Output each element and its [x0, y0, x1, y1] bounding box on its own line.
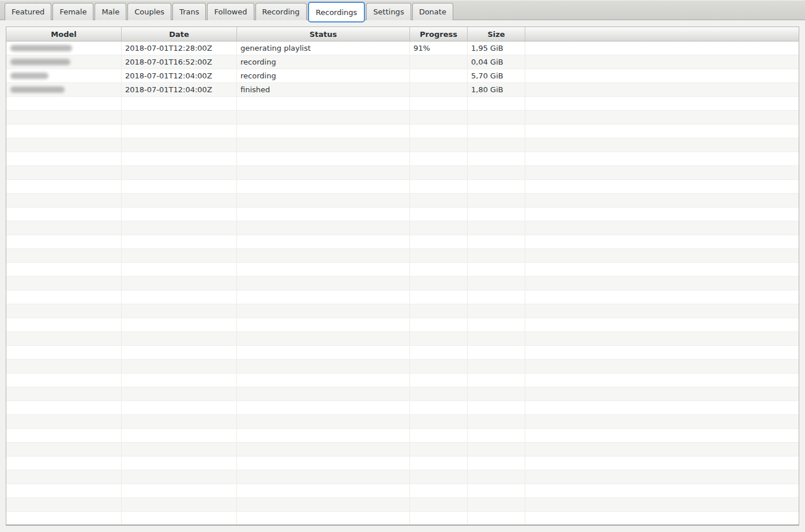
empty-row[interactable]	[6, 235, 799, 249]
model-cell	[6, 194, 122, 207]
tab-female[interactable]: Female	[52, 3, 93, 20]
progress-cell	[410, 69, 468, 82]
status-cell	[237, 138, 410, 152]
empty-row[interactable]	[6, 277, 799, 290]
date-cell	[122, 360, 237, 373]
date-cell	[122, 332, 237, 345]
tab-settings[interactable]: Settings	[366, 3, 411, 20]
extra-cell	[525, 97, 799, 110]
date-cell	[122, 318, 237, 331]
header-cell-progress[interactable]: Progress	[410, 27, 468, 41]
empty-row[interactable]	[6, 249, 799, 263]
size-cell	[468, 346, 525, 359]
model-cell	[6, 166, 122, 179]
empty-row[interactable]	[6, 373, 799, 387]
empty-row[interactable]	[6, 166, 799, 180]
size-cell	[468, 443, 525, 456]
empty-row[interactable]	[6, 304, 799, 318]
extra-cell	[525, 401, 799, 414]
tab-couples[interactable]: Couples	[127, 3, 171, 20]
status-cell	[237, 180, 410, 193]
tab-donate[interactable]: Donate	[412, 3, 453, 20]
recording-row[interactable]: 2018-07-01T16:52:00Zrecording0,04 GiB	[6, 55, 799, 69]
recording-row[interactable]: 2018-07-01T12:04:00Zfinished1,80 GiB	[6, 83, 799, 97]
table-body: 2018-07-01T12:28:00Zgenerating playlist9…	[6, 41, 799, 525]
status-cell	[237, 249, 410, 262]
tab-male[interactable]: Male	[95, 3, 126, 20]
header-cell-date[interactable]: Date	[122, 27, 237, 41]
extra-cell	[525, 194, 799, 207]
empty-row[interactable]	[6, 152, 799, 166]
empty-row[interactable]	[6, 290, 799, 304]
tab-featured[interactable]: Featured	[5, 3, 51, 20]
date-cell	[122, 401, 237, 414]
status-cell	[237, 443, 410, 456]
header-cell-size[interactable]: Size	[468, 27, 525, 41]
status-cell	[237, 97, 410, 110]
progress-cell	[410, 111, 468, 124]
tab-recording[interactable]: Recording	[255, 3, 307, 20]
recording-row[interactable]: 2018-07-01T12:28:00Zgenerating playlist9…	[6, 41, 799, 55]
date-cell	[122, 498, 237, 511]
tab-trans[interactable]: Trans	[172, 3, 206, 20]
empty-row[interactable]	[6, 318, 799, 332]
progress-cell	[410, 332, 468, 345]
size-cell	[468, 318, 525, 331]
status-cell	[237, 470, 410, 484]
size-cell	[468, 111, 525, 124]
size-cell	[468, 401, 525, 414]
size-cell: 5,70 GiB	[468, 69, 525, 82]
empty-row[interactable]	[6, 484, 799, 498]
empty-row[interactable]	[6, 346, 799, 360]
extra-cell	[525, 138, 799, 152]
empty-row[interactable]	[6, 415, 799, 429]
model-cell	[6, 207, 122, 221]
empty-row[interactable]	[6, 360, 799, 373]
size-cell	[468, 498, 525, 511]
status-cell	[237, 484, 410, 497]
status-cell	[237, 235, 410, 248]
empty-row[interactable]	[6, 456, 799, 470]
empty-row[interactable]	[6, 97, 799, 111]
empty-row[interactable]	[6, 332, 799, 346]
progress-cell	[410, 290, 468, 304]
empty-row[interactable]	[6, 401, 799, 415]
empty-row[interactable]	[6, 470, 799, 484]
empty-row[interactable]	[6, 111, 799, 124]
recording-row[interactable]: 2018-07-01T12:04:00Zrecording5,70 GiB	[6, 69, 799, 83]
size-cell	[468, 415, 525, 428]
empty-row[interactable]	[6, 180, 799, 194]
extra-cell	[525, 304, 799, 318]
empty-row[interactable]	[6, 429, 799, 443]
progress-cell	[410, 512, 468, 525]
empty-row[interactable]	[6, 138, 799, 152]
header-cell-status[interactable]: Status	[237, 27, 410, 41]
tab-recordings[interactable]: Recordings	[308, 2, 366, 22]
empty-row[interactable]	[6, 194, 799, 207]
status-cell: generating playlist	[237, 41, 410, 55]
empty-row[interactable]	[6, 443, 799, 456]
extra-cell	[525, 235, 799, 248]
extra-cell	[525, 470, 799, 484]
empty-row[interactable]	[6, 498, 799, 512]
empty-row[interactable]	[6, 512, 799, 525]
extra-cell	[525, 318, 799, 331]
size-cell	[468, 235, 525, 248]
empty-row[interactable]	[6, 124, 799, 138]
model-cell	[6, 373, 122, 387]
progress-cell	[410, 124, 468, 138]
status-cell	[237, 152, 410, 165]
tab-followed[interactable]: Followed	[207, 3, 254, 20]
header-cell-model[interactable]: Model	[6, 27, 122, 41]
size-cell	[468, 470, 525, 484]
empty-row[interactable]	[6, 263, 799, 277]
progress-cell	[410, 138, 468, 152]
empty-row[interactable]	[6, 387, 799, 401]
empty-row[interactable]	[6, 221, 799, 235]
model-cell	[6, 304, 122, 318]
extra-cell	[525, 166, 799, 179]
tab-label: Donate	[419, 7, 446, 16]
date-cell	[122, 221, 237, 235]
progress-cell	[410, 55, 468, 69]
empty-row[interactable]	[6, 207, 799, 221]
